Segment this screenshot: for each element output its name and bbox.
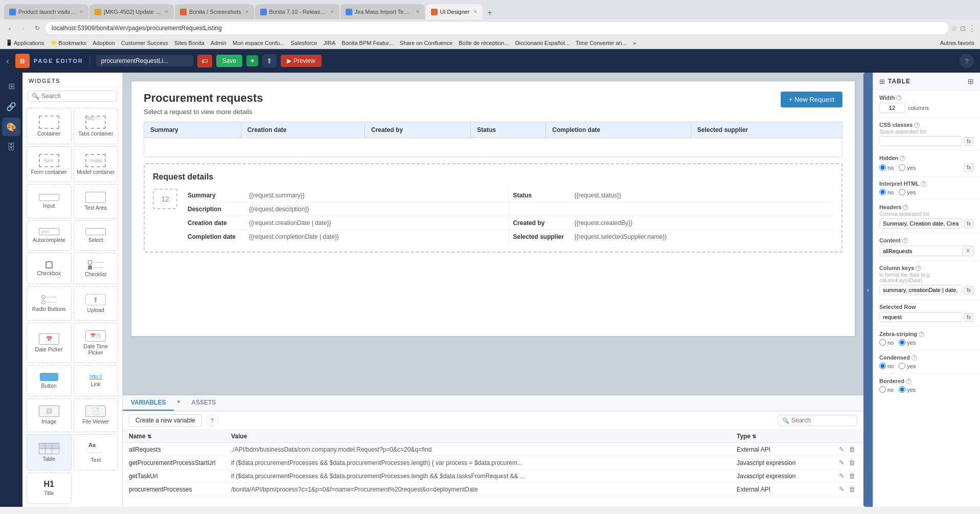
zebra-no-radio[interactable]	[879, 339, 886, 346]
widget-checkbox[interactable]: Checkbox	[27, 253, 72, 285]
tab-1[interactable]: Product launch visibility - Goog... ✕	[4, 4, 88, 19]
edit-procurementprocesses-button[interactable]: ✎	[839, 485, 845, 493]
extensions-button[interactable]: ⊡	[960, 25, 966, 32]
column-keys-fx-button[interactable]: fx	[964, 286, 974, 295]
widget-upload[interactable]: ⬆ Upload	[74, 286, 119, 321]
preview-button[interactable]: ▶ Preview	[281, 55, 322, 67]
widget-tabs-container[interactable]: Tabs container	[74, 108, 119, 144]
address-bar[interactable]	[45, 22, 948, 34]
zebra-info-icon[interactable]: ?	[919, 331, 924, 337]
widgets-search-input[interactable]	[41, 93, 113, 100]
bookmark-mon-espace[interactable]: Mon espace Confu...	[230, 39, 287, 47]
delete-gettaskurl-button[interactable]: 🗑	[849, 472, 855, 480]
var-col-type[interactable]: Type ⇅	[731, 430, 833, 443]
bookmark-diccionario[interactable]: Diccionario Español...	[513, 39, 572, 47]
css-fx-button[interactable]: fx	[964, 137, 974, 146]
bordered-yes-radio[interactable]	[899, 386, 905, 393]
column-keys-info-icon[interactable]: ?	[916, 265, 921, 271]
create-variable-button[interactable]: Create a new variable	[129, 414, 202, 427]
selected-row-input[interactable]	[879, 312, 962, 322]
left-icon-database[interactable]: 🗄	[2, 138, 20, 157]
page-name-input[interactable]	[96, 55, 193, 66]
tab-5[interactable]: Jira Mass Import Template - Go... ✕	[340, 4, 425, 19]
zebra-yes-radio[interactable]	[899, 339, 905, 346]
widget-link[interactable]: http:// Link	[74, 365, 119, 396]
widget-title[interactable]: H1 Title	[27, 473, 72, 504]
hidden-no-radio[interactable]	[879, 164, 886, 171]
widget-table[interactable]: Table	[27, 434, 72, 471]
hidden-yes-radio[interactable]	[899, 164, 905, 171]
widget-form-container[interactable]: form Form container	[27, 146, 72, 183]
selected-row-fx-button[interactable]: fx	[964, 313, 974, 322]
width-value-input[interactable]	[879, 103, 905, 113]
left-icon-link[interactable]: 🔗	[2, 97, 20, 116]
tab-6[interactable]: UI Designer ✕	[426, 4, 483, 19]
bookmark-salesforce[interactable]: Salesforce	[288, 39, 320, 47]
column-keys-input[interactable]	[879, 285, 962, 295]
bordered-no-radio[interactable]	[879, 386, 886, 393]
widget-checklist[interactable]: Checklist	[74, 253, 119, 285]
bookmark-bonita-bpm[interactable]: Bonita BPM Featur...	[339, 39, 396, 47]
tab-variables[interactable]: VARIABLES	[123, 395, 174, 411]
css-classes-input[interactable]	[879, 136, 962, 146]
content-clear-button[interactable]: ✕	[962, 246, 973, 256]
edit-getprocurement-button[interactable]: ✎	[839, 459, 845, 466]
tab-variables-arrow[interactable]: ▼	[174, 395, 183, 411]
widget-fileviewer[interactable]: 📄 File Viewer	[74, 398, 119, 433]
widget-datetimepicker[interactable]: 📅🕐 Date Time Picker	[74, 323, 119, 363]
widget-datepicker[interactable]: 📅 Date Picker	[27, 323, 72, 363]
headers-fx-button[interactable]: fx	[964, 219, 974, 228]
menu-button[interactable]: ⋮	[968, 24, 976, 33]
condensed-no-radio[interactable]	[879, 363, 886, 369]
widget-text[interactable]: Aa— — — Text	[74, 434, 119, 471]
condensed-info-icon[interactable]: ?	[911, 355, 917, 361]
bookmark-sites-bonita[interactable]: Sites Bonita	[172, 39, 207, 47]
widget-button[interactable]: Button	[27, 365, 72, 396]
widget-textarea[interactable]: Text Area	[74, 184, 119, 218]
css-info-icon[interactable]: ?	[914, 122, 920, 128]
delete-getprocurement-button[interactable]: 🗑	[849, 459, 855, 466]
tag-button[interactable]: 🏷	[197, 55, 212, 68]
interpret-info-icon[interactable]: ?	[921, 181, 926, 187]
bookmark-more[interactable]: »	[630, 39, 639, 47]
widget-autocomplete[interactable]: user Autocomplete	[27, 220, 72, 251]
bookmark-adoption[interactable]: Adoption	[90, 39, 117, 47]
widget-container[interactable]: Container	[27, 108, 72, 144]
back-to-list-button[interactable]: ‹	[6, 56, 9, 66]
collapse-panel-button[interactable]: ›	[863, 73, 873, 507]
tab-assets[interactable]: ASSETS	[183, 395, 224, 411]
edit-gettaskurl-button[interactable]: ✎	[839, 472, 845, 480]
widget-radio[interactable]: Radio Buttons	[27, 286, 72, 321]
forward-button[interactable]: ›	[18, 23, 29, 34]
new-tab-button[interactable]: +	[484, 6, 496, 19]
var-col-name[interactable]: Name ⇅	[123, 430, 225, 443]
content-info-icon[interactable]: ?	[902, 238, 908, 243]
widget-image[interactable]: 🖼 Image	[27, 398, 72, 433]
left-icon-palette[interactable]: 🎨	[2, 118, 20, 136]
bookmark-admin[interactable]: Admin	[208, 39, 229, 47]
condensed-yes-radio[interactable]	[899, 363, 905, 369]
variable-search-input[interactable]	[791, 417, 853, 424]
bookmark-apps[interactable]: 📱 Applications	[3, 39, 47, 47]
headers-info-icon[interactable]: ?	[903, 205, 908, 210]
help-variable-button[interactable]: ?	[206, 414, 218, 427]
delete-allrequests-button[interactable]: 🗑	[849, 445, 855, 453]
tab-3[interactable]: Bonita / Screenshots ✕	[175, 4, 254, 19]
headers-input[interactable]	[879, 218, 962, 229]
bookmark-customer-success[interactable]: Customer Success	[119, 39, 171, 47]
hidden-fx-button[interactable]: fx	[964, 163, 974, 172]
bookmark-bookmarks[interactable]: ⭐ Bookmarks	[48, 39, 89, 47]
delete-procurementprocesses-button[interactable]: 🗑	[849, 485, 855, 493]
export-button[interactable]: ⬆	[262, 54, 277, 68]
widget-select[interactable]: Select	[74, 220, 119, 251]
bookmark-share-confluence[interactable]: Share on Confluence	[397, 39, 455, 47]
interpret-yes-radio[interactable]	[899, 189, 905, 195]
right-panel-expand-icon[interactable]: ⊞	[968, 77, 974, 85]
save-button[interactable]: Save	[216, 55, 242, 67]
left-icon-layers[interactable]: ⊞	[2, 77, 20, 95]
width-info-icon[interactable]: ?	[896, 95, 902, 101]
tab-2[interactable]: [MKG-4502] Update Sourcefor... ✕	[89, 4, 174, 19]
help-button[interactable]: ?	[960, 54, 974, 68]
content-input[interactable]	[880, 247, 962, 256]
hidden-info-icon[interactable]: ?	[900, 155, 905, 161]
